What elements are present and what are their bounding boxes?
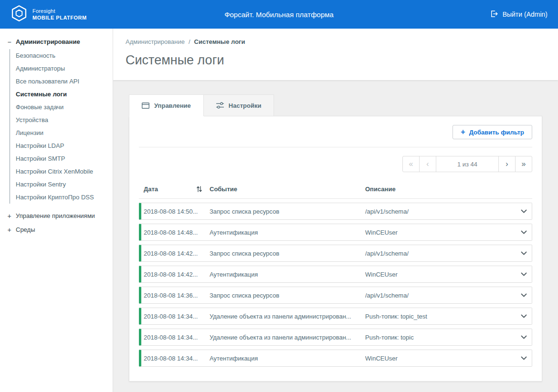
- main-area: Администрирование / Системные логи Систе…: [113, 29, 558, 392]
- brand-name: Foresight MOBILE PLATFORM: [32, 8, 87, 21]
- tab-label: Настройки: [229, 102, 262, 109]
- log-date: 2018-08-08 14:36...: [144, 292, 210, 299]
- sidebar-section-app-management[interactable]: + Управление приложениями: [0, 209, 113, 222]
- divider: [139, 147, 532, 147]
- tab-label: Управление: [154, 102, 191, 109]
- column-header-event: Событие: [210, 186, 365, 193]
- chevron-down-icon[interactable]: [516, 293, 532, 298]
- sidebar-submenu: БезопасностьАдминистраторыВсе пользовате…: [10, 49, 113, 204]
- log-event: Запрос списка ресурсов: [210, 292, 365, 299]
- sidebar-item[interactable]: Системные логи: [10, 88, 113, 101]
- add-filter-label: Добавить фильтр: [469, 129, 524, 136]
- table-row[interactable]: 2018-08-08 14:34...АутентификацияWinCEUs…: [139, 350, 532, 367]
- plus-icon: +: [461, 128, 465, 136]
- chevron-down-icon[interactable]: [516, 251, 532, 256]
- logout-label: Выйти (Admin): [503, 10, 547, 18]
- pagination-prev-button[interactable]: ‹: [419, 156, 436, 172]
- chevron-down-icon[interactable]: [516, 356, 532, 361]
- log-event: Аутентификация: [210, 271, 365, 278]
- log-date: 2018-08-08 14:42...: [144, 250, 210, 257]
- breadcrumb-separator: /: [189, 38, 190, 45]
- sidebar-item[interactable]: Администраторы: [10, 62, 113, 75]
- chevron-down-icon[interactable]: [516, 272, 532, 277]
- sidebar: − Администрирование БезопасностьАдминист…: [0, 29, 113, 392]
- table-row[interactable]: 2018-08-08 14:36...Запрос списка ресурсо…: [139, 287, 532, 304]
- collapse-icon[interactable]: −: [7, 39, 12, 45]
- log-event: Аутентификация: [210, 355, 365, 362]
- log-event: Удаление объекта из панели администриров…: [210, 313, 365, 320]
- expand-icon[interactable]: +: [7, 227, 12, 233]
- logout-button[interactable]: Выйти (Admin): [490, 10, 547, 20]
- sidebar-item[interactable]: Фоновые задачи: [10, 101, 113, 113]
- log-description: /api/v1/schema/: [365, 250, 516, 257]
- table-row[interactable]: 2018-08-08 14:48...АутентификацияWinCEUs…: [139, 224, 532, 241]
- brand-line1: Foresight: [32, 8, 87, 14]
- tab-settings[interactable]: Настройки: [204, 94, 274, 116]
- sidebar-item[interactable]: Настройки Sentry: [10, 178, 113, 191]
- chevron-down-icon[interactable]: [516, 335, 532, 340]
- add-filter-button[interactable]: + Добавить фильтр: [453, 125, 532, 139]
- brand-line2: MOBILE PLATFORM: [32, 14, 87, 21]
- breadcrumb: Администрирование / Системные логи: [126, 38, 546, 45]
- log-description: Push-топик: topic: [365, 334, 516, 341]
- sort-icon[interactable]: [197, 186, 202, 192]
- brand[interactable]: Foresight MOBILE PLATFORM: [11, 5, 87, 24]
- chevron-down-icon[interactable]: [516, 314, 532, 319]
- sidebar-item[interactable]: Все пользователи API: [10, 75, 113, 88]
- card-toolbar: + Добавить фильтр: [139, 125, 532, 139]
- table-row[interactable]: 2018-08-08 14:42...АутентификацияWinCEUs…: [139, 266, 532, 283]
- log-description: Push-топик: topic_test: [365, 313, 516, 320]
- table-header: Дата Событие Описание: [139, 182, 532, 199]
- log-description: /api/v1/schema/: [365, 292, 516, 299]
- chevron-down-icon[interactable]: [516, 230, 532, 235]
- log-table-body: 2018-08-08 14:50...Запрос списка ресурсо…: [139, 203, 532, 367]
- sidebar-item[interactable]: Настройки КриптоПро DSS: [10, 191, 113, 204]
- log-description: WinCEUser: [365, 355, 516, 362]
- logs-card: + Добавить фильтр « ‹ 1 из 44 › »: [129, 116, 542, 382]
- log-description: WinCEUser: [365, 229, 516, 236]
- app-window: Форсайт. Мобильная платформа Foresight M…: [0, 0, 558, 392]
- breadcrumb-parent[interactable]: Администрирование: [126, 38, 185, 45]
- table-row[interactable]: 2018-08-08 14:34...Удаление объекта из п…: [139, 308, 532, 325]
- sidebar-item[interactable]: Настройки Citrix XenMobile: [10, 165, 113, 178]
- sidebar-item[interactable]: Настройки LDAP: [10, 139, 113, 152]
- pagination-first-button[interactable]: «: [402, 156, 420, 172]
- sidebar-section-label: Администрирование: [16, 38, 80, 45]
- pagination-page-label: 1 из 44: [436, 156, 499, 172]
- table-row[interactable]: 2018-08-08 14:42...Запрос списка ресурсо…: [139, 245, 532, 262]
- management-icon: [142, 103, 149, 109]
- sidebar-section-label: Среды: [16, 226, 35, 233]
- log-event: Аутентификация: [210, 229, 365, 236]
- sidebar-item[interactable]: Лицензии: [10, 126, 113, 139]
- log-description: WinCEUser: [365, 271, 516, 278]
- page-header: Администрирование / Системные логи Систе…: [113, 29, 558, 80]
- tabs: Управление Настройки: [129, 94, 542, 116]
- sidebar-item[interactable]: Настройки SMTP: [10, 152, 113, 165]
- settings-sliders-icon: [216, 102, 224, 109]
- sidebar-item[interactable]: Устройства: [10, 113, 113, 126]
- log-date: 2018-08-08 14:50...: [144, 208, 210, 215]
- log-date: 2018-08-08 14:34...: [144, 355, 210, 362]
- app-header: Форсайт. Мобильная платформа Foresight M…: [0, 0, 558, 29]
- log-event: Запрос списка ресурсов: [210, 250, 365, 257]
- log-date: 2018-08-08 14:34...: [144, 334, 210, 341]
- sidebar-section-administration[interactable]: − Администрирование: [0, 35, 113, 48]
- table-row[interactable]: 2018-08-08 14:50...Запрос списка ресурсо…: [139, 203, 532, 220]
- brand-logo-icon: [11, 5, 28, 24]
- column-header-description: Описание: [365, 186, 516, 193]
- page-title: Системные логи: [126, 53, 546, 68]
- log-description: /api/v1/schema/: [365, 208, 516, 215]
- table-row[interactable]: 2018-08-08 14:34...Удаление объекта из п…: [139, 329, 532, 346]
- log-event: Удаление объекта из панели администриров…: [210, 334, 365, 341]
- pagination-next-button[interactable]: ›: [498, 156, 516, 172]
- pagination-last-button[interactable]: »: [515, 156, 532, 172]
- log-date: 2018-08-08 14:48...: [144, 229, 210, 236]
- tab-management[interactable]: Управление: [129, 94, 204, 116]
- chevron-down-icon[interactable]: [516, 209, 532, 214]
- pagination: « ‹ 1 из 44 › »: [139, 156, 532, 172]
- log-event: Запрос списка ресурсов: [210, 208, 365, 215]
- sidebar-item[interactable]: Безопасность: [10, 49, 113, 62]
- sidebar-section-environments[interactable]: + Среды: [0, 223, 113, 236]
- expand-icon[interactable]: +: [7, 213, 12, 219]
- log-date: 2018-08-08 14:34...: [144, 313, 210, 320]
